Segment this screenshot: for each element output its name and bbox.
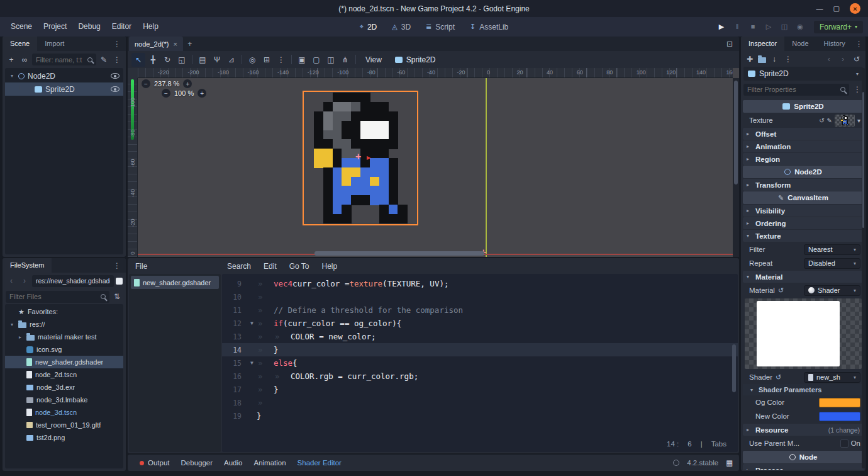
file-item-favorites[interactable]: ★Favorites:	[5, 305, 123, 318]
tab-node[interactable]: Node	[784, 37, 816, 51]
rotate-tool[interactable]: ↻	[160, 53, 174, 67]
expand-viewport-icon[interactable]: ⊡	[721, 40, 738, 48]
scene-tree-item-node2d[interactable]: ▾Node2D	[5, 69, 123, 82]
code-editor[interactable]: 9»vec4 curr_color = texture(TEXTURE, UV)…	[222, 274, 738, 452]
bottom-tab-animation[interactable]: Animation	[248, 459, 291, 467]
lock-icon[interactable]: ▣	[295, 53, 309, 67]
ruler-tool[interactable]: ⊿	[225, 53, 238, 67]
play-custom-scene-button[interactable]: ◫	[777, 23, 791, 31]
shader-menu-go-to[interactable]: Go To	[283, 262, 316, 271]
scene-tab-node-2d[interactable]: node_2d(*) ×	[129, 37, 183, 51]
bottom-tab-shader-editor[interactable]: Shader Editor	[292, 459, 347, 467]
inspector-scrollbar[interactable]	[862, 92, 864, 228]
shader-file-menu[interactable]: File	[135, 262, 147, 271]
x-axis-handle-icon[interactable]: ▶	[367, 155, 370, 161]
minimize-button[interactable]: —	[816, 5, 823, 13]
close-icon[interactable]: ×	[173, 40, 177, 48]
maximize-button[interactable]: ▢	[833, 4, 840, 13]
inspector-filter-input[interactable]	[747, 86, 837, 93]
chevron-down-icon[interactable]: ▾	[9, 73, 15, 79]
save-resource-button[interactable]: ↓	[769, 54, 780, 65]
file-item-test-room-01-19-gltf[interactable]: test_room_01_19.gltf	[5, 419, 123, 431]
code-scrollbar[interactable]	[732, 344, 736, 392]
code-line-11[interactable]: 11»// Define a threshold for the compari…	[222, 303, 738, 317]
menu-editor[interactable]: Editor	[106, 17, 137, 37]
bottom-tab-output[interactable]: Output	[134, 459, 175, 467]
file-item-node-3d-tscn[interactable]: node_3d.tscn	[5, 406, 123, 419]
code-line-18[interactable]: 18»	[222, 396, 738, 409]
file-item-node-3d-lmbake[interactable]: node_3d.lmbake	[5, 394, 123, 406]
unlock-icon[interactable]: ▢	[309, 53, 323, 67]
tab-filesystem[interactable]: FileSystem	[3, 258, 52, 273]
scene-filter-input[interactable]	[36, 56, 84, 64]
inspector-dock-menu-icon[interactable]: ⋮	[853, 40, 865, 48]
code-line-19[interactable]: 19}	[222, 409, 738, 422]
group-visibility[interactable]: ▸Visibility	[743, 205, 864, 217]
scale-tool[interactable]: ◱	[175, 53, 189, 67]
menu-help[interactable]: Help	[137, 17, 164, 37]
shader-menu-search[interactable]: Search	[221, 262, 257, 271]
code-line-9[interactable]: 9»vec4 curr_color = texture(TEXTURE, UV)…	[222, 277, 738, 290]
dropdown-material[interactable]: Shader▾	[804, 285, 860, 296]
tab-import[interactable]: Import	[37, 37, 72, 51]
group-ordering[interactable]: ▸Ordering	[743, 217, 864, 229]
code-line-12[interactable]: 12▼»if (curr_color == og_color){	[222, 317, 738, 330]
canvas-area[interactable]: + ▶ + − 237.8 % + − 100 % +	[138, 78, 733, 257]
view-menu-button[interactable]: View	[359, 55, 388, 64]
revert-icon[interactable]: ↺	[778, 286, 784, 295]
vertical-scrollbar[interactable]	[734, 81, 738, 184]
move-tool[interactable]: ╋	[146, 53, 160, 67]
zoom-level-secondary[interactable]: 100 %	[174, 89, 194, 97]
zoom-in-button[interactable]: +	[198, 89, 206, 98]
edit-icon[interactable]: ✎	[827, 117, 832, 124]
switcher-assetlib[interactable]: ↧AssetLib	[463, 20, 515, 34]
new-resource-button[interactable]: ✚	[744, 54, 755, 65]
attach-script-button[interactable]: ✎	[98, 54, 109, 65]
zoom-out-button[interactable]: −	[162, 89, 170, 98]
code-line-17[interactable]: 17»}	[222, 383, 738, 396]
zoom-out-button[interactable]: −	[142, 79, 150, 88]
shader-menu-help[interactable]: Help	[316, 262, 344, 271]
grid-snap-icon[interactable]: ⊞	[260, 53, 274, 67]
chevron-icon[interactable]: ▸	[17, 334, 23, 340]
dropdown-filter[interactable]: Nearest▾	[804, 244, 860, 255]
switcher-3d[interactable]: ◬3D	[385, 20, 418, 34]
file-item-tst2d-png[interactable]: tst2d.png	[5, 431, 123, 444]
file-item-new-shader-gdshader[interactable]: new_shader.gdshader	[5, 356, 123, 368]
switcher-script[interactable]: ≣Script	[419, 20, 462, 34]
menu-debug[interactable]: Debug	[72, 17, 106, 37]
play-scene-button[interactable]: ▷	[762, 23, 776, 31]
pan-tool[interactable]: Ψ	[210, 53, 224, 67]
file-item-material-maker-test[interactable]: ▸material maker test	[5, 331, 123, 343]
close-button[interactable]: ×	[850, 3, 860, 14]
file-item-res[interactable]: ▾res://	[5, 318, 123, 331]
fold-arrow-icon[interactable]: ▼	[247, 360, 257, 366]
notification-bell-icon[interactable]	[673, 460, 679, 466]
shader-file-new-shader-gdshader[interactable]: new_shader.gdshader	[131, 276, 219, 289]
tab-history[interactable]: History	[816, 37, 853, 51]
group-region[interactable]: ▸Region	[743, 153, 864, 165]
zoom-level[interactable]: 237.8 %	[154, 80, 179, 88]
transform-gizmo-icon[interactable]: +	[355, 151, 361, 162]
editor-layout-icon[interactable]: ▦	[726, 458, 733, 467]
menu-scene[interactable]: Scene	[5, 17, 38, 37]
bottom-tab-debugger[interactable]: Debugger	[175, 459, 219, 467]
file-item-node-3d-exr[interactable]: node_3d.exr	[5, 381, 123, 394]
color-swatch-new-color[interactable]	[819, 412, 860, 421]
pause-button[interactable]: ‖	[730, 23, 744, 31]
code-line-15[interactable]: 15▼»else{	[222, 356, 738, 370]
context-sprite2d-button[interactable]: Sprite2D	[389, 55, 442, 64]
code-scrollbar-track[interactable]	[732, 277, 737, 437]
group-process[interactable]: ▸Process	[743, 464, 864, 470]
texture-thumbnail[interactable]	[835, 115, 855, 127]
resource-options-button[interactable]: ⋮	[782, 54, 794, 65]
horizontal-scrollbar[interactable]	[314, 251, 484, 256]
edited-object-selector[interactable]: Sprite2D ▾	[743, 67, 863, 81]
tab-inspector[interactable]: Inspector	[741, 37, 784, 51]
filesystem-filter-input[interactable]	[9, 293, 97, 300]
movie-mode-button[interactable]: ◉	[793, 23, 807, 31]
vertical-ruler[interactable]: -100-80-60-40-200	[128, 78, 138, 257]
play-button[interactable]: ▶	[715, 23, 728, 31]
tab-scene[interactable]: Scene	[3, 37, 37, 51]
select-tool[interactable]: ↖	[131, 53, 145, 67]
